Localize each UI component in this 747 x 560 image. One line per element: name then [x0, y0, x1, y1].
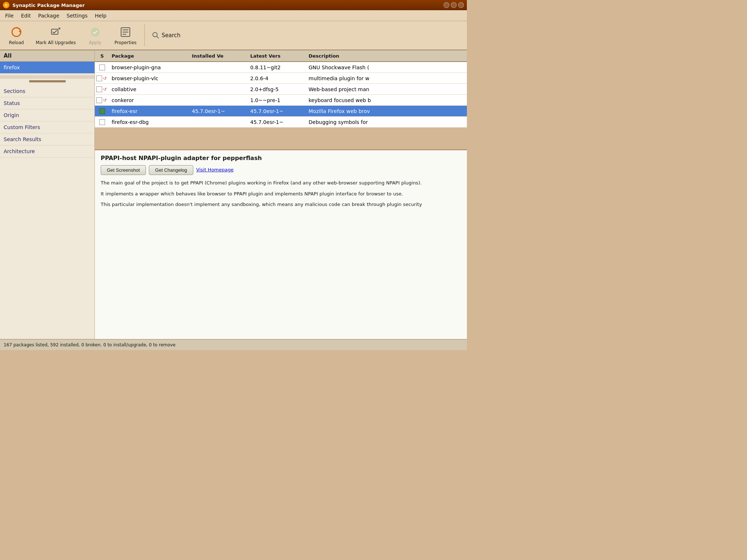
pkg-name: conkeror — [109, 97, 190, 103]
pkg-name: browser-plugin-gna — [109, 65, 190, 70]
close-button[interactable] — [458, 2, 464, 8]
pkg-checkbox[interactable] — [96, 86, 102, 92]
pkg-latest: 1.0~~pre-1 — [248, 97, 306, 103]
sidebar-item-custom-filters[interactable]: Custom Filters — [0, 121, 94, 133]
package-area: S Package Installed Ve Latest Vers Descr… — [95, 50, 467, 339]
window-controls[interactable] — [444, 2, 464, 8]
menu-edit[interactable]: Edit — [17, 11, 34, 20]
desc-text-2: It implements a wrapper which behaves li… — [101, 190, 461, 198]
status-cell: ↺ — [95, 86, 109, 92]
pkg-name: browser-plugin-vlc — [109, 75, 190, 81]
status-cell: ↺ — [95, 75, 109, 81]
status-cell — [95, 119, 109, 125]
svg-line-11 — [157, 36, 159, 38]
pkg-desc: keyboard focused web b — [306, 97, 467, 103]
app-icon: ⚙ — [3, 2, 9, 8]
pkg-name: firefox-esr — [109, 108, 190, 114]
mark-all-icon — [49, 26, 62, 39]
properties-label: Properties — [115, 40, 137, 45]
col-header-s: S — [95, 53, 109, 59]
sidebar-item-origin[interactable]: Origin — [0, 109, 94, 121]
pkg-desc: Mozilla Firefox web brov — [306, 108, 467, 114]
pkg-checkbox[interactable] — [96, 97, 102, 103]
status-cell — [95, 108, 109, 114]
desc-text-1: The main goal of the project is to get P… — [101, 179, 461, 187]
search-button[interactable]: Search — [148, 30, 185, 40]
table-row[interactable]: firefox-esr-dbg 45.7.0esr-1~ Debugging s… — [95, 117, 467, 128]
maximize-button[interactable] — [451, 2, 457, 8]
properties-button[interactable]: Properties — [109, 23, 142, 47]
description-panel: PPAPI-host NPAPI-plugin adapter for pepp… — [95, 149, 467, 339]
properties-icon — [119, 26, 132, 39]
status-text: 167 packages listed, 592 installed, 0 br… — [4, 342, 175, 347]
table-row[interactable]: ↺ collabtive 2.0+dfsg-5 Web-based projec… — [95, 84, 467, 95]
pkg-name: collabtive — [109, 86, 190, 92]
apply-label: Apply — [89, 40, 101, 45]
pkg-desc: Debugging symbols for — [306, 119, 467, 125]
pkg-checkbox[interactable] — [96, 75, 102, 81]
desc-text-3: This particular implementation doesn't i… — [101, 201, 461, 208]
svg-point-10 — [153, 32, 157, 37]
table-header: S Package Installed Ve Latest Vers Descr… — [95, 50, 467, 62]
sidebar-item-firefox[interactable]: firefox — [0, 62, 94, 74]
action-buttons: Get Screenshot Get Changelog Visit Homep… — [101, 165, 461, 175]
get-screenshot-button[interactable]: Get Screenshot — [101, 165, 146, 175]
get-changelog-button[interactable]: Get Changelog — [149, 165, 193, 175]
apply-button[interactable]: Apply — [82, 23, 108, 47]
update-icon: ↺ — [103, 98, 108, 103]
pkg-checkbox[interactable] — [99, 65, 105, 70]
filter-all-header: All — [0, 50, 94, 62]
sidebar-item-search-results[interactable]: Search Results — [0, 133, 94, 145]
col-header-description[interactable]: Description — [306, 53, 467, 59]
pkg-latest: 2.0+dfsg-5 — [248, 86, 306, 92]
pkg-checkbox[interactable] — [99, 119, 105, 125]
sidebar-item-status[interactable]: Status — [0, 97, 94, 109]
sidebar: All firefox Sections Status Origin Custo… — [0, 50, 95, 339]
pkg-latest: 0.8.11~git2 — [248, 65, 306, 70]
pkg-latest: 45.7.0esr-1~ — [248, 119, 306, 125]
menu-settings[interactable]: Settings — [63, 11, 91, 20]
title-bar: ⚙ Synaptic Package Manager — [0, 0, 467, 10]
pkg-installed: 45.7.0esr-1~ — [190, 108, 248, 114]
table-row[interactable]: firefox-esr 45.7.0esr-1~ 45.7.0esr-1~ Mo… — [95, 106, 467, 117]
update-icon: ↺ — [103, 87, 108, 92]
pkg-checkbox-installed[interactable] — [99, 108, 105, 114]
pkg-desc: GNU Shockwave Flash ( — [306, 65, 467, 70]
table-row[interactable]: ↺ conkeror 1.0~~pre-1 keyboard focused w… — [95, 95, 467, 106]
menu-package[interactable]: Package — [35, 11, 63, 20]
window-title: Synaptic Package Manager — [12, 3, 85, 8]
pkg-desc: multimedia plugin for w — [306, 75, 467, 81]
reload-button[interactable]: Reload — [4, 23, 29, 47]
menu-file[interactable]: File — [1, 11, 17, 20]
col-header-installed[interactable]: Installed Ve — [190, 53, 248, 59]
update-icon: ↺ — [103, 76, 108, 81]
col-header-latest[interactable]: Latest Vers — [248, 53, 306, 59]
reload-icon — [10, 26, 23, 39]
mark-all-label: Mark All Upgrades — [36, 40, 76, 45]
mark-all-upgrades-button[interactable]: Mark All Upgrades — [31, 23, 81, 47]
visit-homepage-link[interactable]: Visit Homepage — [196, 165, 234, 175]
menu-help[interactable]: Help — [91, 11, 110, 20]
search-label: Search — [162, 32, 181, 39]
table-row[interactable]: ↺ browser-plugin-vlc 2.0.6-4 multimedia … — [95, 73, 467, 84]
search-icon — [152, 32, 159, 39]
menu-bar: File Edit Package Settings Help — [0, 10, 467, 21]
toolbar: Reload Mark All Upgrades Apply — [0, 21, 467, 50]
pkg-desc: Web-based project man — [306, 86, 467, 92]
package-table: browser-plugin-gna 0.8.11~git2 GNU Shock… — [95, 62, 467, 149]
minimize-button[interactable] — [444, 2, 449, 8]
pkg-name: firefox-esr-dbg — [109, 119, 190, 125]
sidebar-item-architecture[interactable]: Architecture — [0, 145, 94, 158]
pkg-latest: 2.0.6-4 — [248, 75, 306, 81]
svg-rect-2 — [51, 29, 58, 34]
sidebar-item-sections[interactable]: Sections — [0, 85, 94, 97]
reload-label: Reload — [9, 40, 24, 45]
status-cell — [95, 65, 109, 70]
table-row[interactable]: browser-plugin-gna 0.8.11~git2 GNU Shock… — [95, 62, 467, 73]
status-bar: 167 packages listed, 592 installed, 0 br… — [0, 339, 467, 350]
col-header-package[interactable]: Package — [109, 53, 190, 59]
apply-icon — [89, 26, 102, 39]
status-cell: ↺ — [95, 97, 109, 103]
pkg-latest: 45.7.0esr-1~ — [248, 108, 306, 114]
toolbar-separator — [144, 24, 145, 46]
